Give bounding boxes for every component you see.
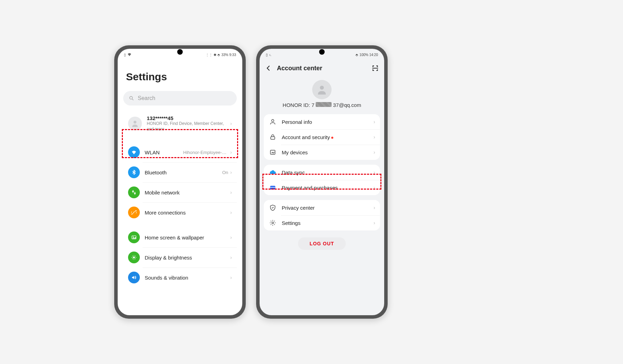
picture-icon: [128, 231, 140, 243]
phone-settings: ▯ ⋮⋮ ✱ ⬘ 33% 9:33 Settings Search: [114, 45, 246, 319]
account-section-2: Data sync › Payment and purchases ›: [264, 165, 380, 195]
svg-rect-19: [270, 187, 276, 188]
account-sub: HONOR ID, Find Device, Member Center, an…: [147, 121, 230, 132]
account-row[interactable]: 132******45 HONOR ID, Find Device, Membe…: [123, 110, 237, 137]
svg-line-10: [132, 256, 133, 256]
account-security-row[interactable]: Account and security ›: [264, 129, 380, 145]
privacy-label: Privacy center: [282, 205, 373, 211]
settings-label: Settings: [282, 220, 373, 226]
svg-point-0: [130, 97, 133, 99]
svg-point-2: [134, 121, 136, 124]
battery-text: 100% 14:20: [360, 53, 378, 57]
logout-button[interactable]: LOG OUT: [298, 237, 346, 250]
svg-point-14: [320, 86, 324, 90]
account-card: 132******45 HONOR ID, Find Device, Membe…: [123, 110, 237, 137]
chevron-right-icon: ›: [230, 235, 232, 240]
display-label: Display & brightness: [145, 255, 230, 261]
svg-line-11: [135, 259, 135, 259]
account-section-1: Personal info › Account and security ›: [264, 114, 380, 160]
svg-rect-16: [271, 137, 275, 139]
sun-icon: [128, 252, 140, 263]
svg-point-4: [133, 237, 134, 238]
screen-settings: ▯ ⋮⋮ ✱ ⬘ 33% 9:33 Settings Search: [118, 49, 242, 315]
link-icon: [128, 207, 140, 218]
home-wallpaper-row[interactable]: Home screen & wallpaper ›: [123, 227, 237, 247]
datasync-label: Data sync: [282, 170, 373, 175]
search-input[interactable]: Search: [123, 91, 237, 106]
chevron-right-icon: ›: [373, 149, 375, 155]
chevron-right-icon: ›: [373, 185, 375, 190]
svg-point-20: [272, 222, 274, 224]
chevron-right-icon: ›: [230, 149, 232, 155]
bluetooth-row[interactable]: Bluetooth On ›: [123, 162, 237, 182]
scan-button[interactable]: [372, 65, 379, 72]
back-button[interactable]: [265, 65, 272, 72]
svg-line-13: [135, 256, 135, 256]
wlan-label: WLAN: [145, 149, 183, 155]
privacy-center-row[interactable]: Privacy center ›: [264, 200, 380, 215]
camera-notch: [177, 49, 183, 55]
cloud-icon: [269, 169, 277, 176]
honor-id-prefix: HONOR ID: 7: [283, 102, 315, 108]
personal-label: Personal info: [282, 119, 373, 125]
search-icon: [129, 95, 134, 101]
svg-line-1: [132, 99, 133, 100]
chevron-right-icon: ›: [230, 275, 232, 280]
sounds-row[interactable]: Sounds & vibration ›: [123, 267, 237, 288]
security-label: Account and security: [282, 134, 373, 140]
battery-text: 33% 9:33: [222, 53, 236, 57]
appbar-title: Account center: [277, 65, 367, 72]
mobile-network-row[interactable]: Mobile network ›: [123, 182, 237, 202]
chevron-right-icon: ›: [373, 170, 375, 175]
personal-info-row[interactable]: Personal info ›: [264, 114, 380, 129]
more-label: More connections: [145, 210, 230, 216]
card-icon: [269, 184, 277, 191]
wlan-value: Hihonor-Employee-Mobile: [183, 150, 228, 155]
nfc-icon: ⬘: [355, 53, 358, 57]
more-connections-row[interactable]: More connections ›: [123, 202, 237, 222]
payment-row[interactable]: Payment and purchases ›: [264, 180, 380, 195]
payment-label: Payment and purchases: [282, 185, 373, 191]
sound-icon: [128, 272, 140, 283]
gear-icon: [269, 219, 277, 226]
avatar-icon: [128, 117, 142, 130]
signal-icon: ‹.: [269, 53, 271, 57]
sounds-label: Sounds & vibration: [145, 275, 230, 281]
shield-icon: [269, 204, 277, 211]
data-sync-row[interactable]: Data sync ›: [264, 165, 380, 180]
svg-line-12: [132, 259, 133, 259]
display-brightness-row[interactable]: Display & brightness ›: [123, 247, 237, 267]
wifi-icon: [128, 146, 140, 158]
chevron-right-icon: ›: [373, 119, 375, 125]
alert-dot-icon: [331, 137, 333, 139]
screen-account: ▯ ‹. ⬘ 100% 14:20 Account center HONOR I…: [260, 49, 384, 315]
avatar-large[interactable]: [312, 80, 332, 99]
chevron-right-icon: ›: [230, 210, 232, 215]
chevron-right-icon: ›: [230, 121, 232, 126]
my-devices-row[interactable]: My devices ›: [264, 145, 380, 160]
search-placeholder: Search: [138, 95, 155, 101]
honor-id-suffix: 37@qq.com: [333, 102, 361, 108]
account-section-3: Privacy center › Settings ›: [264, 200, 380, 230]
wifi-icon: [127, 53, 132, 56]
bluetooth-value: On: [222, 170, 228, 175]
chevron-right-icon: ›: [230, 190, 232, 195]
home-label: Home screen & wallpaper: [145, 235, 230, 240]
svg-point-15: [272, 119, 274, 122]
display-group: Home screen & wallpaper › Display & brig…: [123, 227, 237, 288]
bluetooth-icon: [128, 166, 140, 178]
chevron-right-icon: ›: [230, 255, 232, 260]
phone-account-center: ▯ ‹. ⬘ 100% 14:20 Account center HONOR I…: [256, 45, 388, 319]
chevron-right-icon: ›: [373, 205, 375, 210]
camera-notch: [319, 49, 325, 55]
redacted-icon: [316, 102, 332, 107]
wlan-row[interactable]: WLAN Hihonor-Employee-Mobile ›: [123, 142, 237, 162]
app-bar: Account center: [260, 61, 384, 76]
mobile-network-icon: [128, 186, 140, 198]
bluetooth-label: Bluetooth: [145, 170, 222, 175]
svg-point-5: [133, 257, 135, 258]
battery-icon: ▯: [266, 53, 268, 57]
settings-row[interactable]: Settings ›: [264, 215, 380, 230]
lock-icon: [269, 134, 277, 140]
status-icons: ⋮⋮ ✱ ⬘: [206, 53, 220, 57]
